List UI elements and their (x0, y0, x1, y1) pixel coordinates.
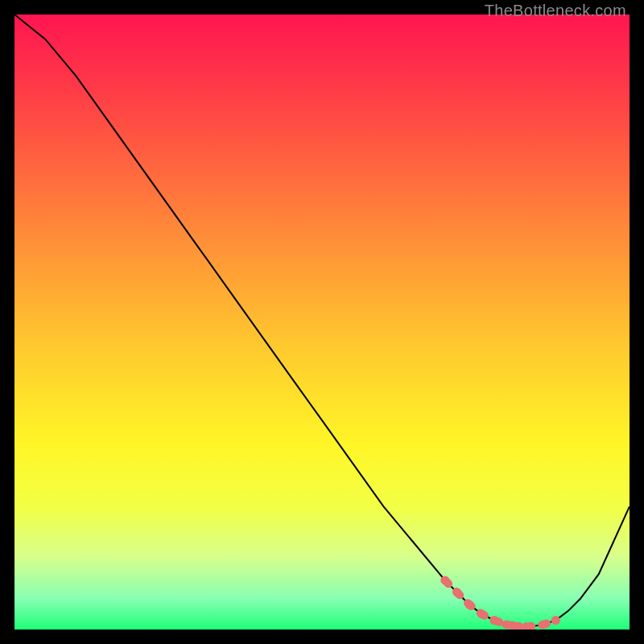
trough-highlight (445, 580, 556, 626)
trough-dot (489, 616, 498, 625)
trough-dot (502, 620, 511, 629)
trough-dot (453, 588, 462, 597)
trough-dot-group (440, 576, 560, 630)
trough-dot (477, 609, 486, 618)
trough-dot (465, 601, 474, 609)
chart-svg (14, 14, 630, 630)
watermark-text: TheBottleneck.com (485, 2, 626, 20)
trough-dot (551, 616, 560, 625)
trough-dot (440, 576, 449, 584)
trough-dot (539, 620, 548, 629)
chart-plot-area (14, 14, 630, 630)
curve-line (14, 14, 630, 626)
